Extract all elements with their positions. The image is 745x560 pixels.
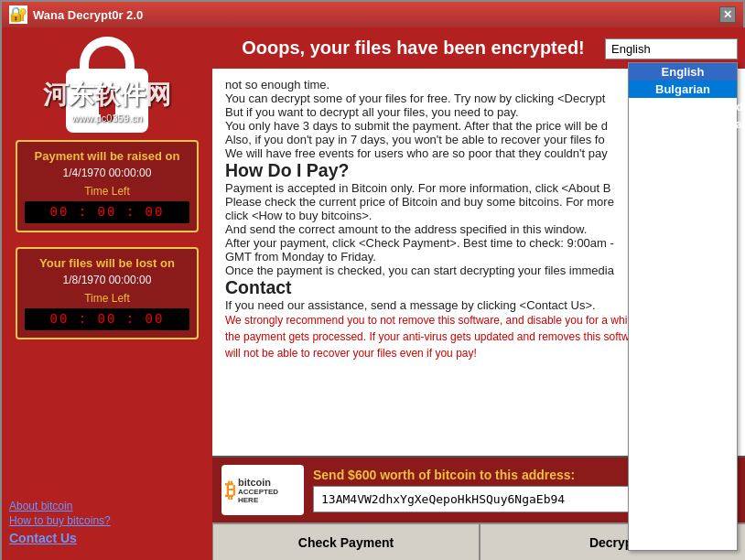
lang-option-indonesian[interactable]: Indonesian — [629, 289, 737, 307]
lang-option-korean[interactable]: Korean — [629, 341, 737, 359]
lang-option-portuguese[interactable]: Portuguese — [629, 411, 737, 428]
lang-option-dutch[interactable]: Dutch — [629, 185, 737, 202]
window-icon: 🔐 — [9, 5, 27, 24]
lang-option-filipino[interactable]: Filipino — [629, 202, 737, 220]
lang-option-finnish[interactable]: Finnish — [629, 220, 737, 237]
lang-option-danish[interactable]: Danish — [629, 167, 737, 185]
lang-option-polish[interactable]: Polish — [629, 393, 737, 411]
lang-option-greek[interactable]: Greek — [629, 272, 737, 289]
left-links: About bitcoin How to buy bitcoins? Conta… — [2, 490, 212, 553]
contact-us-link[interactable]: Contact Us — [9, 531, 205, 545]
lang-option-french[interactable]: French — [629, 237, 737, 254]
close-button[interactable]: ✕ — [719, 6, 736, 23]
time-left-label-2: Time Left — [25, 292, 189, 305]
payment-date: 1/4/1970 00:00:00 — [25, 167, 189, 179]
lang-option-german[interactable]: German — [629, 254, 737, 272]
lang-option-croatian[interactable]: Croatian — [629, 133, 737, 150]
lang-option-bulgarian[interactable]: Bulgarian — [629, 81, 737, 98]
bitcoin-text-block: bitcoin ACCEPTED HERE — [238, 477, 300, 504]
right-panel: Ooops, your files have been encrypted! E… — [212, 27, 745, 560]
lock-shackle — [80, 37, 135, 73]
bitcoin-logo: ₿ bitcoin ACCEPTED HERE — [221, 465, 304, 515]
payment-raised-box: Payment will be raised on 1/4/1970 00:00… — [16, 140, 199, 232]
language-dropdown[interactable]: EnglishBulgarianChinese (simplified)Chin… — [628, 62, 738, 551]
payment-raised-label: Payment will be raised on — [25, 149, 189, 163]
files-lost-box: Your files will be lost on 1/8/1970 00:0… — [16, 247, 199, 339]
main-window: 🔐 Wana Decrypt0r 2.0 ✕ 河东软件网 www.pc0359.… — [0, 0, 745, 560]
bitcoin-word: bitcoin — [238, 477, 300, 488]
language-select[interactable]: EnglishBulgarianChinese (simplified)Chin… — [605, 38, 738, 59]
language-selector-wrapper[interactable]: EnglishBulgarianChinese (simplified)Chin… — [605, 37, 738, 59]
left-panel: Payment will be raised on 1/4/1970 00:00… — [2, 27, 212, 560]
lang-option-russian[interactable]: Russian — [629, 446, 737, 463]
lock-icon — [66, 37, 148, 133]
lang-option-chinese-(simplified)[interactable]: Chinese (simplified) — [629, 98, 737, 115]
main-content: Payment will be raised on 1/4/1970 00:00… — [2, 27, 745, 560]
window-title: Wana Decrypt0r 2.0 — [33, 8, 719, 22]
lock-keyhole — [99, 87, 115, 114]
header-title: Ooops, your files have been encrypted! — [221, 38, 605, 59]
lang-option-spanish[interactable]: Spanish — [629, 480, 737, 498]
bitcoin-b-icon: ₿ — [225, 479, 235, 502]
time-left-label-1: Time Left — [25, 185, 189, 198]
bitcoin-accepted-text: ACCEPTED HERE — [238, 488, 300, 504]
files-lost-date: 1/8/1970 00:00:00 — [25, 274, 189, 286]
about-bitcoin-link[interactable]: About bitcoin — [9, 500, 205, 512]
lang-option-vietnamese[interactable]: Vietnamese — [629, 533, 737, 550]
bitcoin-address-field[interactable] — [313, 486, 681, 512]
lang-option-slovak[interactable]: Slovak — [629, 463, 737, 480]
lang-option-italian[interactable]: Italian — [629, 307, 737, 324]
lang-option-english[interactable]: English — [629, 63, 737, 81]
timer-2: 00 : 00 : 00 — [25, 308, 189, 330]
lang-option-chinese-(traditional)[interactable]: Chinese (traditional) — [629, 115, 737, 133]
bitcoin-symbol: ₿ bitcoin ACCEPTED HERE — [225, 477, 300, 504]
lang-option-norwegian[interactable]: Norwegian — [629, 376, 737, 393]
title-bar: 🔐 Wana Decrypt0r 2.0 ✕ — [2, 2, 743, 27]
lock-case — [66, 69, 148, 133]
right-header: Ooops, your files have been encrypted! E… — [212, 27, 745, 69]
check-payment-button[interactable]: Check Payment — [212, 523, 480, 560]
lang-option-latvian[interactable]: Latvian — [629, 359, 737, 376]
lang-option-japanese[interactable]: Japanese — [629, 324, 737, 341]
files-lost-label: Your files will be lost on — [25, 256, 189, 270]
lang-option-czech[interactable]: Czech — [629, 150, 737, 167]
lang-option-turkish[interactable]: Turkish — [629, 515, 737, 533]
lang-option-swedish[interactable]: Swedish — [629, 498, 737, 515]
timer-1: 00 : 00 : 00 — [25, 201, 189, 223]
how-to-buy-link[interactable]: How to buy bitcoins? — [9, 514, 205, 527]
lang-option-romanian[interactable]: Romanian — [629, 428, 737, 446]
